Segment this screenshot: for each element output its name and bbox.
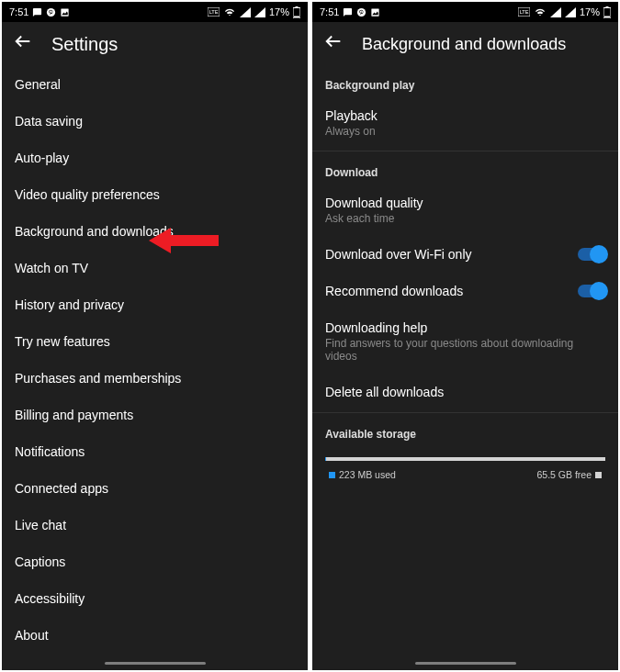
item-accessibility[interactable]: Accessibility bbox=[2, 580, 308, 617]
item-playback[interactable]: Playback Always on bbox=[312, 97, 618, 149]
app-bar: Settings bbox=[2, 22, 308, 66]
item-billing[interactable]: Billing and payments bbox=[2, 397, 308, 433]
item-downloading-help[interactable]: Downloading help Find answers to your qu… bbox=[312, 309, 618, 374]
battery-icon bbox=[293, 6, 300, 18]
delete-label: Delete all downloads bbox=[325, 385, 444, 399]
status-bar: 7:51 LTE 17% bbox=[312, 2, 618, 22]
lte-icon: LTE bbox=[208, 7, 220, 17]
phone-settings: 7:51 LTE 17% Settings General Data savin… bbox=[2, 2, 308, 670]
quality-sub: Ask each time bbox=[325, 212, 423, 225]
bg-downloads-list: Background play Playback Always on Downl… bbox=[312, 66, 618, 670]
playback-label: Playback bbox=[325, 108, 378, 123]
storage-used-label: 223 MB used bbox=[325, 469, 396, 480]
image-icon bbox=[60, 7, 70, 17]
recommend-toggle[interactable] bbox=[578, 285, 605, 297]
help-label: Downloading help bbox=[325, 320, 605, 335]
signal-icon-1 bbox=[240, 7, 251, 17]
svg-rect-6 bbox=[294, 16, 299, 17]
phone-background-downloads: 7:51 LTE 17% Background and downloads Ba… bbox=[312, 2, 618, 670]
page-title: Background and downloads bbox=[362, 35, 566, 54]
page-title: Settings bbox=[51, 34, 118, 55]
wifi-toggle[interactable] bbox=[578, 248, 605, 261]
status-time: 7:51 bbox=[9, 6, 28, 17]
item-captions[interactable]: Captions bbox=[2, 543, 308, 580]
item-data-saving[interactable]: Data saving bbox=[2, 103, 308, 140]
section-background-play: Background play bbox=[312, 66, 618, 97]
storage-free-label: 65.5 GB free bbox=[536, 469, 605, 480]
item-background-downloads[interactable]: Background and downloads bbox=[2, 213, 308, 250]
battery-icon bbox=[603, 6, 611, 18]
wifi-icon bbox=[223, 7, 236, 17]
image-icon bbox=[370, 7, 380, 17]
item-try-new-features[interactable]: Try new features bbox=[2, 323, 308, 360]
item-delete-downloads[interactable]: Delete all downloads bbox=[312, 374, 618, 410]
message-icon bbox=[343, 7, 353, 17]
signal-icon-1 bbox=[550, 7, 561, 17]
storage-header: Available storage bbox=[325, 428, 605, 441]
signal-icon-2 bbox=[254, 7, 265, 17]
item-connected-apps[interactable]: Connected apps bbox=[2, 470, 308, 507]
quality-label: Download quality bbox=[325, 196, 423, 210]
back-icon[interactable] bbox=[323, 31, 344, 57]
pinterest-icon bbox=[46, 7, 56, 17]
recommend-label: Recommend downloads bbox=[325, 284, 463, 298]
item-watch-tv[interactable]: Watch on TV bbox=[2, 250, 308, 286]
section-download: Download bbox=[312, 153, 618, 185]
playback-sub: Always on bbox=[325, 125, 378, 138]
svg-text:LTE: LTE bbox=[520, 9, 529, 15]
nav-bar[interactable] bbox=[2, 658, 308, 667]
item-recommend[interactable]: Recommend downloads bbox=[312, 273, 618, 309]
item-purchases[interactable]: Purchases and memberships bbox=[2, 360, 308, 397]
back-icon[interactable] bbox=[13, 31, 33, 57]
help-sub: Find answers to your questions about dow… bbox=[325, 337, 605, 363]
item-video-quality[interactable]: Video quality preferences bbox=[2, 176, 308, 213]
item-auto-play[interactable]: Auto-play bbox=[2, 140, 308, 176]
item-general[interactable]: General bbox=[2, 66, 308, 103]
item-download-quality[interactable]: Download quality Ask each time bbox=[312, 185, 618, 236]
lte-icon: LTE bbox=[518, 7, 530, 17]
svg-rect-14 bbox=[604, 16, 610, 17]
signal-icon-2 bbox=[565, 7, 576, 17]
item-live-chat[interactable]: Live chat bbox=[2, 507, 308, 543]
item-history-privacy[interactable]: History and privacy bbox=[2, 286, 308, 323]
app-bar: Background and downloads bbox=[312, 22, 618, 66]
status-battery: 17% bbox=[580, 6, 600, 17]
settings-list: General Data saving Auto-play Video qual… bbox=[2, 66, 308, 670]
wifi-label: Download over Wi-Fi only bbox=[325, 247, 472, 262]
pinterest-icon bbox=[356, 7, 366, 17]
svg-text:LTE: LTE bbox=[209, 9, 219, 15]
status-bar: 7:51 LTE 17% bbox=[2, 2, 308, 22]
item-notifications[interactable]: Notifications bbox=[2, 433, 308, 470]
status-battery: 17% bbox=[269, 6, 289, 17]
storage-bar bbox=[325, 457, 605, 461]
wifi-icon bbox=[534, 7, 547, 17]
item-wifi-only[interactable]: Download over Wi-Fi only bbox=[312, 236, 618, 273]
status-time: 7:51 bbox=[320, 6, 339, 17]
message-icon bbox=[32, 7, 42, 17]
section-storage: Available storage 223 MB used 65.5 GB fr… bbox=[312, 415, 618, 493]
nav-bar[interactable] bbox=[312, 658, 618, 667]
item-about[interactable]: About bbox=[2, 617, 308, 654]
